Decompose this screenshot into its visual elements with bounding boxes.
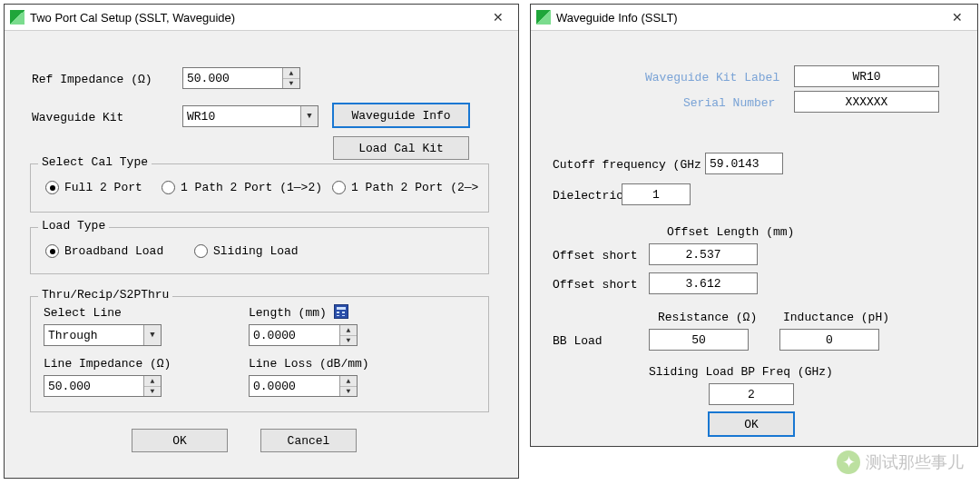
radio-1-path-2-port-12[interactable]: 1 Path 2 Port (1—>2) — [162, 181, 322, 194]
two-port-cal-setup-dialog: Two Port Cal Setup (SSLT, Waveguide) ✕ R… — [4, 4, 519, 479]
load-cal-kit-button[interactable]: Load Cal Kit — [333, 136, 469, 160]
radio-sliding-load[interactable]: Sliding Load — [194, 244, 299, 258]
offset-short2-input[interactable]: 3.612 — [649, 272, 758, 294]
bb-load-label: BB Load — [553, 334, 603, 348]
kit-label-label: Waveguide Kit Label — [645, 71, 779, 84]
select-line-label: Select Line — [44, 306, 122, 320]
inductance-value: 0 — [826, 333, 833, 347]
waveguide-kit-value: WR10 — [187, 110, 215, 124]
waveguide-kit-label: Waveguide Kit — [32, 111, 123, 124]
watermark-text: 测试那些事儿 — [866, 451, 964, 473]
app-icon — [536, 10, 551, 25]
app-icon — [10, 10, 24, 25]
waveguide-kit-select[interactable]: WR10 ▼ — [182, 105, 318, 127]
line-loss-label: Line Loss (dB/mm) — [249, 357, 369, 371]
spin-down-icon[interactable]: ▼ — [283, 79, 299, 89]
dielectric-label: Dielectric — [553, 189, 623, 203]
line-impedance-value: 50.000 — [48, 380, 91, 393]
calculator-icon[interactable] — [334, 304, 348, 319]
titlebar: Waveguide Info (SSLT) ✕ — [531, 5, 977, 31]
sliding-bp-label: Sliding Load BP Freq (GHz) — [649, 365, 833, 379]
spin-down-icon[interactable]: ▼ — [340, 387, 357, 397]
radio-broadband-load[interactable]: Broadband Load — [45, 244, 163, 258]
offset-short1-input[interactable]: 2.537 — [649, 243, 758, 265]
thru-group: Thru/Recip/S2PThru Select Line Through ▼… — [30, 296, 489, 412]
offset-short2-label: Offset short — [553, 278, 638, 292]
waveguide-info-dialog: Waveguide Info (SSLT) ✕ Waveguide Kit La… — [530, 4, 978, 447]
radio-dot-icon — [194, 244, 208, 258]
radio-full-2-port[interactable]: Full 2 Port — [45, 181, 142, 194]
select-line-value: Through — [48, 329, 98, 342]
dielectric-input[interactable]: 1 — [622, 183, 691, 205]
radio-dot-icon — [45, 244, 59, 258]
ok-button[interactable]: OK — [132, 429, 228, 452]
offset-short1-label: Offset short — [553, 249, 638, 262]
spin-up-icon[interactable]: ▲ — [144, 376, 161, 387]
sliding-bp-value: 2 — [748, 388, 755, 401]
ref-impedance-label: Ref Impedance (Ω) — [32, 73, 152, 86]
inductance-label: Inductance (pH) — [783, 311, 889, 324]
resistance-label: Resistance (Ω) — [658, 311, 757, 324]
load-type-group: Load Type Broadband Load Sliding Load — [30, 227, 489, 274]
line-loss-spinner[interactable]: ▲▼ — [339, 376, 357, 396]
sliding-bp-input[interactable]: 2 — [709, 383, 794, 405]
serial-number-label: Serial Number — [683, 96, 775, 110]
offset-short2-value: 3.612 — [685, 277, 720, 291]
line-loss-input[interactable]: 0.0000 ▲▼ — [249, 375, 358, 397]
close-button[interactable]: ✕ — [480, 5, 516, 29]
titlebar: Two Port Cal Setup (SSLT, Waveguide) ✕ — [5, 5, 518, 31]
offset-length-header: Offset Length (mm) — [667, 225, 794, 239]
ok-button[interactable]: OK — [709, 412, 794, 436]
close-button[interactable]: ✕ — [939, 5, 975, 29]
resistance-input[interactable]: 50 — [649, 329, 749, 351]
length-input[interactable]: 0.0000 ▲▼ — [249, 324, 358, 346]
cutoff-frequency-label: Cutoff frequency (GHz — [553, 158, 701, 172]
kit-label-value: WR10 — [852, 70, 880, 84]
ref-impedance-input[interactable]: 50.000 ▲▼ — [182, 67, 300, 89]
chevron-down-icon: ▼ — [143, 325, 161, 345]
dielectric-value: 1 — [652, 188, 660, 202]
inductance-input[interactable]: 0 — [779, 329, 879, 351]
wechat-icon: ✦ — [837, 450, 860, 474]
line-impedance-label: Line Impedance (Ω) — [44, 357, 171, 371]
dialog-title: Two Port Cal Setup (SSLT, Waveguide) — [30, 11, 480, 25]
radio-1-path-2-port-21[interactable]: 1 Path 2 Port (2—> — [332, 181, 478, 194]
spin-up-icon[interactable]: ▲ — [340, 376, 357, 387]
cutoff-frequency-value: 59.0143 — [710, 157, 760, 171]
cutoff-frequency-input[interactable]: 59.0143 — [705, 153, 783, 174]
serial-number-input[interactable]: XXXXXX — [794, 91, 939, 113]
length-value: 0.0000 — [253, 329, 296, 342]
length-spinner[interactable]: ▲▼ — [339, 325, 357, 345]
line-loss-value: 0.0000 — [253, 380, 296, 393]
client-area: Waveguide Kit Label WR10 Serial Number X… — [531, 31, 977, 447]
ref-impedance-value: 50.000 — [187, 72, 230, 85]
kit-label-input[interactable]: WR10 — [794, 65, 939, 87]
serial-number-value: XXXXXX — [846, 95, 888, 109]
spin-up-icon[interactable]: ▲ — [340, 325, 357, 336]
load-type-legend: Load Type — [38, 219, 109, 233]
dialog-title: Waveguide Info (SSLT) — [556, 11, 939, 25]
line-impedance-input[interactable]: 50.000 ▲▼ — [44, 375, 162, 397]
select-cal-type-group: Select Cal Type Full 2 Port 1 Path 2 Por… — [30, 163, 489, 213]
chevron-down-icon: ▼ — [300, 106, 318, 126]
spin-down-icon[interactable]: ▼ — [340, 336, 357, 346]
select-cal-type-legend: Select Cal Type — [38, 155, 152, 169]
radio-dot-icon — [162, 181, 175, 194]
length-label: Length (mm) — [249, 306, 327, 320]
client-area: Ref Impedance (Ω) 50.000 ▲▼ Waveguide Ki… — [5, 31, 518, 479]
radio-dot-icon — [45, 181, 59, 194]
line-impedance-spinner[interactable]: ▲▼ — [143, 376, 161, 396]
thru-legend: Thru/Recip/S2PThru — [38, 288, 172, 302]
spin-up-icon[interactable]: ▲ — [283, 68, 299, 79]
resistance-value: 50 — [691, 333, 706, 347]
watermark: ✦ 测试那些事儿 — [837, 450, 964, 474]
waveguide-info-button[interactable]: Waveguide Info — [333, 104, 469, 127]
cancel-button[interactable]: Cancel — [260, 429, 357, 452]
select-line-select[interactable]: Through ▼ — [44, 324, 162, 346]
radio-dot-icon — [332, 181, 346, 194]
spin-down-icon[interactable]: ▼ — [144, 387, 161, 397]
offset-short1-value: 2.537 — [685, 248, 720, 262]
ref-impedance-spinner[interactable]: ▲▼ — [282, 68, 299, 88]
